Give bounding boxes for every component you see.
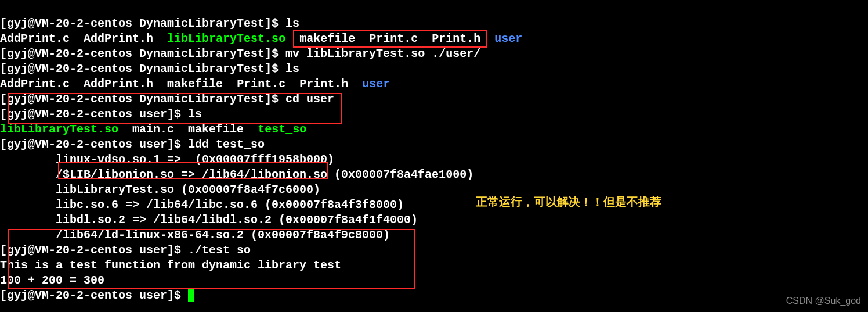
command: ls (285, 17, 299, 30)
program-output: This is a test function from dynamic lib… (0, 259, 341, 272)
ldd-line: libc.so.6 => /lib64/libc.so.6 (0x00007f8… (0, 198, 404, 211)
file: makefile (299, 32, 355, 45)
file: Print.h (299, 77, 348, 91)
command: ldd test_so (188, 138, 265, 151)
ldd-line: /$LIB/libonion.so => /lib64/libonion.so … (0, 168, 473, 181)
annotation-text: 正常运行，可以解决！！但是不推荐 (476, 194, 661, 209)
file: main.c (132, 123, 174, 136)
file-so: libLibraryTest.so (167, 32, 285, 45)
file-exe: test_so (258, 123, 306, 136)
prompt: [gyj@VM-20-2-centos DynamicLibraryTest]$ (0, 92, 285, 106)
terminal[interactable]: [gyj@VM-20-2-centos DynamicLibraryTest]$… (0, 0, 868, 303)
file: Print.h (432, 32, 480, 45)
prompt: [gyj@VM-20-2-centos user]$ (0, 107, 188, 121)
prompt: [gyj@VM-20-2-centos user]$ (0, 289, 188, 302)
file: AddPrint.h (84, 32, 153, 45)
file-so: libLibraryTest.so (0, 123, 118, 136)
command: mv libLibraryTest.so ./user/ (285, 47, 480, 60)
ldd-line: /lib64/ld-linux-x86-64.so.2 (0x00007f8a4… (0, 228, 390, 242)
file: AddPrint.h (84, 77, 153, 91)
ldd-line: libLibraryTest.so (0x00007f8a4f7c6000) (0, 183, 320, 196)
dir: user (494, 32, 522, 45)
file: AddPrint.c (0, 77, 70, 91)
command: ./test_so (188, 243, 251, 257)
ldd-line: libdl.so.2 => /lib64/libdl.so.2 (0x00007… (0, 213, 418, 227)
command: ls (188, 107, 202, 121)
file: makefile (167, 77, 223, 91)
program-output: 100 + 200 = 300 (0, 274, 104, 287)
watermark: CSDN @Suk_god (786, 293, 861, 309)
cursor-icon (188, 289, 194, 302)
file: AddPrint.c (0, 32, 70, 45)
command: ls (285, 62, 299, 76)
prompt: [gyj@VM-20-2-centos user]$ (0, 243, 188, 257)
dir: user (362, 77, 390, 91)
prompt: [gyj@VM-20-2-centos DynamicLibraryTest]$ (0, 62, 285, 76)
prompt: [gyj@VM-20-2-centos DynamicLibraryTest]$ (0, 47, 285, 60)
file: Print.c (369, 32, 418, 45)
file: makefile (188, 123, 244, 136)
file: Print.c (237, 77, 285, 91)
command: cd user (285, 92, 334, 106)
prompt: [gyj@VM-20-2-centos DynamicLibraryTest]$ (0, 17, 285, 30)
ldd-line: linux-vdso.so.1 => (0x00007fff1958b000) (0, 153, 334, 166)
prompt: [gyj@VM-20-2-centos user]$ (0, 138, 188, 151)
